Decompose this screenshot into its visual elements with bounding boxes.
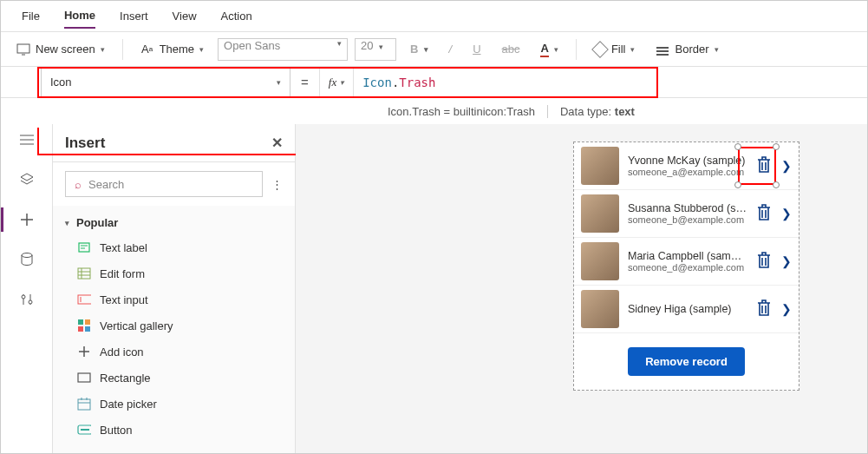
search-input[interactable]: ⌕ Search <box>65 171 263 197</box>
separator <box>122 39 123 60</box>
svg-rect-27 <box>78 326 83 332</box>
chevron-down-icon: ▾ <box>199 45 204 54</box>
svg-rect-2 <box>656 47 669 49</box>
trash-icon[interactable] <box>755 251 773 273</box>
rail-settings-icon[interactable] <box>18 291 36 308</box>
new-screen-label: New screen <box>36 43 95 56</box>
rail-data-icon[interactable] <box>18 251 36 268</box>
gallery-card[interactable]: Yvonne McKay (sample)someone_a@example.c… <box>574 142 799 190</box>
new-screen-button[interactable]: New screen ▾ <box>10 39 112 60</box>
fill-label: Fill <box>611 43 626 56</box>
insert-item-label: Text input <box>100 293 148 306</box>
svg-rect-4 <box>656 54 669 56</box>
italic-button[interactable]: / <box>442 39 460 59</box>
contact-name: Susanna Stubberod (sample) <box>628 202 747 214</box>
contact-email: someone_d@example.com <box>628 262 747 273</box>
datepicker-icon <box>77 397 91 411</box>
chevron-right-icon[interactable]: ❯ <box>781 159 792 173</box>
insert-item[interactable]: Add icon <box>53 339 295 365</box>
avatar <box>581 290 619 328</box>
fontcolor-button[interactable]: A ▾ <box>533 38 565 61</box>
border-label: Border <box>675 43 708 56</box>
contact-email: someone_a@example.com <box>628 167 747 177</box>
hint-datatype: Data type: text <box>548 105 647 118</box>
font-select[interactable]: Open Sans▾ <box>218 38 348 61</box>
textinput-icon <box>77 293 91 306</box>
contact-name: Maria Campbell (sample) <box>628 250 747 262</box>
trash-icon[interactable] <box>755 155 773 177</box>
avatar <box>581 194 619 233</box>
trash-icon[interactable] <box>755 203 773 225</box>
svg-point-14 <box>22 295 25 299</box>
insert-list: ▾ Popular Text labelEdit formText inputV… <box>53 206 295 454</box>
bold-button[interactable]: B ▾ <box>403 39 434 59</box>
insert-item-label: Text label <box>100 241 147 254</box>
rail-insert-icon[interactable] <box>18 211 36 228</box>
fill-button[interactable]: Fill ▾ <box>587 39 643 59</box>
chevron-right-icon[interactable]: ❯ <box>781 254 792 268</box>
addicon-icon <box>77 345 91 359</box>
menu-home[interactable]: Home <box>64 3 95 29</box>
rectangle-icon <box>77 371 91 385</box>
insert-item-label: Button <box>100 424 133 437</box>
svg-rect-3 <box>656 50 669 52</box>
svg-rect-19 <box>78 268 90 279</box>
canvas: Yvonne McKay (sample)someone_a@example.c… <box>296 124 867 454</box>
fontsize-select[interactable]: 20▾ <box>355 38 396 61</box>
svg-rect-16 <box>79 243 89 252</box>
strike-button[interactable]: abc <box>495 39 527 59</box>
chevron-down-icon: ▾ <box>630 45 635 54</box>
svg-rect-0 <box>17 44 29 53</box>
chevron-right-icon[interactable]: ❯ <box>781 207 792 220</box>
insert-item[interactable]: Date picker <box>53 391 295 417</box>
theme-icon: Aa <box>140 43 154 56</box>
rail-tree-icon[interactable] <box>18 131 36 148</box>
theme-button[interactable]: Aa Theme ▾ <box>134 39 211 60</box>
insert-item[interactable]: Text input <box>53 286 295 313</box>
chevron-down-icon: ▾ <box>277 78 281 87</box>
insert-item[interactable]: Rectangle <box>53 365 295 391</box>
trash-icon[interactable] <box>755 299 773 320</box>
rail-layers-icon[interactable] <box>18 171 36 188</box>
property-select[interactable]: Icon ▾ <box>41 67 290 97</box>
border-button[interactable]: Border ▾ <box>649 39 725 60</box>
insert-item[interactable]: Button <box>53 417 295 443</box>
fx-button[interactable]: fx ▾ <box>319 67 354 97</box>
svg-rect-37 <box>81 429 89 431</box>
svg-rect-26 <box>85 319 90 325</box>
menu-insert[interactable]: Insert <box>120 4 148 28</box>
gallery-icon <box>77 319 91 332</box>
menu-view[interactable]: View <box>173 4 197 28</box>
insert-item[interactable]: Vertical gallery <box>53 313 295 339</box>
close-icon[interactable]: ✕ <box>271 135 283 151</box>
svg-rect-25 <box>78 319 83 325</box>
screen-icon <box>16 43 30 56</box>
chevron-right-icon[interactable]: ❯ <box>781 302 792 316</box>
chevron-down-icon: ▾ <box>65 219 69 227</box>
svg-rect-31 <box>78 373 90 382</box>
editform-icon <box>77 266 91 280</box>
button-icon <box>77 423 91 437</box>
svg-rect-32 <box>78 399 90 410</box>
more-icon[interactable]: ⋮ <box>271 178 283 191</box>
theme-label: Theme <box>160 43 194 56</box>
avatar <box>581 147 619 185</box>
panel-title: Insert <box>65 135 105 152</box>
formula-hint: Icon.Trash = builtinicon:Trash Data type… <box>375 98 867 124</box>
insert-item-label: Add icon <box>100 345 144 359</box>
insert-item[interactable]: Text label <box>53 234 295 260</box>
formula-input[interactable]: Icon.Trash <box>354 67 867 97</box>
formula-bar: Icon ▾ = fx ▾ Icon.Trash <box>1 67 867 98</box>
gallery-card[interactable]: Maria Campbell (sample)someone_d@example… <box>574 238 799 286</box>
underline-button[interactable]: U <box>466 39 487 59</box>
group-popular[interactable]: ▾ Popular <box>53 211 295 234</box>
menu-file[interactable]: File <box>22 4 40 28</box>
border-icon <box>656 43 669 56</box>
menu-action[interactable]: Action <box>221 4 252 28</box>
insert-item[interactable]: Edit form <box>53 260 295 286</box>
contact-email: someone_b@example.com <box>628 214 747 225</box>
separator <box>576 39 577 60</box>
gallery-card[interactable]: Sidney Higa (sample)❯ <box>574 286 799 333</box>
gallery-card[interactable]: Susanna Stubberod (sample)someone_b@exam… <box>574 190 799 238</box>
remove-record-button[interactable]: Remove record <box>628 347 745 376</box>
